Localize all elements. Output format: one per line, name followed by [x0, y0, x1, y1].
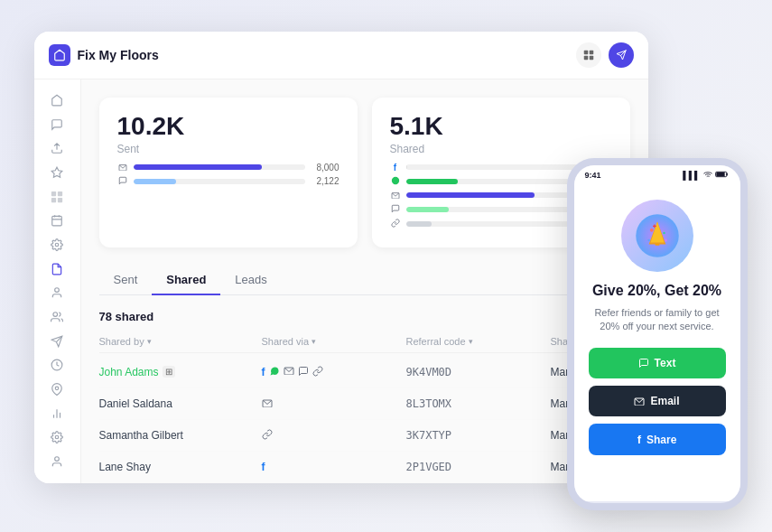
ch-fb-2: f [262, 461, 265, 473]
sent-bar-sms: 2,122 [117, 176, 339, 187]
shared-link-fill [406, 221, 433, 227]
sidebar-icon-star[interactable] [41, 163, 73, 183]
svg-point-14 [55, 288, 60, 293]
share-button[interactable]: f Share [589, 424, 726, 455]
phone-hero-image [621, 200, 693, 272]
row-0-name[interactable]: John Adams ⊞ [99, 366, 262, 378]
shared-chat-track [406, 207, 578, 212]
svg-point-39 [664, 238, 666, 241]
svg-marker-4 [51, 167, 62, 177]
shared-number: 5.1K [390, 112, 612, 141]
sidebar-icon-person[interactable] [41, 283, 73, 303]
svg-rect-1 [589, 50, 593, 54]
row-3-code: 2P1VGED [406, 461, 551, 473]
text-button[interactable]: Text [589, 348, 726, 378]
row-0-code: 9K4VM0D [406, 366, 551, 378]
sidebar-icon-gear[interactable] [41, 427, 73, 448]
sidebar-icon-profile[interactable] [41, 452, 73, 472]
sidebar-icon-location[interactable] [41, 379, 73, 400]
main-panel: 10.2K Sent 8,000 [81, 79, 648, 483]
svg-point-13 [55, 243, 59, 247]
svg-rect-0 [583, 50, 588, 54]
ch-email-2 [262, 398, 273, 409]
sidebar-icon-home[interactable] [41, 90, 73, 111]
ch-link-2 [262, 429, 273, 442]
msg-icon [390, 176, 401, 187]
row-1-code: 8L3TOMX [406, 397, 551, 410]
shared-label: Shared [390, 143, 612, 155]
sidebar-icon-document[interactable] [41, 258, 73, 279]
fb-btn-icon: f [637, 433, 641, 446]
ch-link [312, 366, 323, 378]
sidebar-icon-chart[interactable] [41, 403, 73, 424]
shared-email-track [406, 192, 578, 198]
table-row: Samantha Gilbert 3K7XTYP Mar [99, 420, 630, 452]
msg-bar-fill [406, 179, 458, 184]
signal-icon: ▌▌▌ [683, 171, 700, 180]
svg-point-23 [55, 436, 59, 440]
wifi-icon [703, 171, 712, 180]
phone-mockup: 9:41 ▌▌▌ [567, 158, 748, 510]
svg-point-36 [649, 228, 653, 231]
shared-link-icon [390, 219, 401, 229]
row-3-name[interactable]: Lane Shay [99, 461, 262, 473]
sidebar-icon-calendar[interactable] [41, 210, 73, 231]
svg-rect-31 [716, 173, 724, 176]
tab-leads[interactable]: Leads [220, 266, 281, 295]
svg-rect-3 [589, 55, 593, 60]
title-bar-icons [576, 42, 634, 68]
sidebar-icon-settings[interactable] [41, 235, 73, 256]
table-column-headers: Shared by ▾ Shared via ▾ Referral code ▾… [99, 331, 630, 353]
sidebar-icon-clock[interactable] [41, 355, 73, 376]
sidebar-icon-upload[interactable] [41, 138, 73, 159]
table-row: John Adams ⊞ f [99, 357, 630, 388]
share-btn-label: Share [646, 434, 676, 446]
phone-subtitle: Refer friends or family to get 20% off y… [589, 306, 726, 334]
battery-icon [715, 171, 730, 180]
dashboard-window: Fix My Floors [34, 32, 648, 483]
email-icon [117, 163, 128, 173]
row-3-channels: f [262, 461, 406, 473]
phone-status-right: ▌▌▌ [683, 171, 729, 180]
sidebar-icon-users[interactable] [41, 307, 73, 328]
email-bar-fill [134, 164, 263, 170]
tab-sent[interactable]: Sent [99, 266, 153, 295]
phone-content: Give 20%, Get 20% Refer friends or famil… [574, 185, 740, 501]
tabs-row: Sent Shared Leads [99, 266, 630, 295]
svg-rect-9 [52, 217, 62, 227]
app-title: Fix My Floors [78, 48, 569, 62]
email-bar-value: 8,000 [311, 163, 339, 173]
col-shared-by: Shared by ▾ [99, 336, 262, 347]
title-bar: Fix My Floors [34, 32, 648, 79]
tab-shared[interactable]: Shared [152, 266, 220, 295]
svg-point-38 [647, 238, 650, 241]
fb-bar-track [406, 164, 578, 170]
ch-fb: f [262, 366, 265, 378]
col-referral-code: Referral code ▾ [406, 336, 551, 347]
navigate-button[interactable] [609, 42, 634, 68]
sidebar [34, 79, 81, 483]
sidebar-icon-send[interactable] [41, 331, 73, 351]
row-1-name[interactable]: Daniel Saldana [99, 397, 262, 410]
svg-point-19 [55, 387, 59, 390]
row-2-name[interactable]: Samantha Gilbert [99, 429, 262, 442]
row-2-channels [262, 429, 406, 442]
sidebar-icon-grid[interactable] [41, 186, 73, 207]
app-logo [49, 44, 70, 66]
ch-msg [269, 366, 280, 378]
phone-time: 9:41 [585, 171, 601, 180]
svg-rect-7 [51, 197, 56, 201]
svg-rect-6 [58, 191, 62, 195]
email-btn-label: Email [650, 395, 679, 407]
sent-bar-email: 8,000 [117, 163, 339, 173]
sent-label: Sent [117, 143, 339, 155]
sent-bars: 8,000 2,122 [117, 163, 339, 187]
grid-view-button[interactable] [576, 42, 601, 68]
sidebar-icon-chat[interactable] [41, 114, 73, 135]
msg-bar-track [406, 179, 578, 184]
email-button[interactable]: Email [589, 386, 726, 416]
fb-icon: f [390, 163, 401, 173]
svg-rect-35 [655, 243, 659, 245]
row-1-channels [262, 398, 406, 409]
phone-status-bar: 9:41 ▌▌▌ [574, 165, 740, 185]
